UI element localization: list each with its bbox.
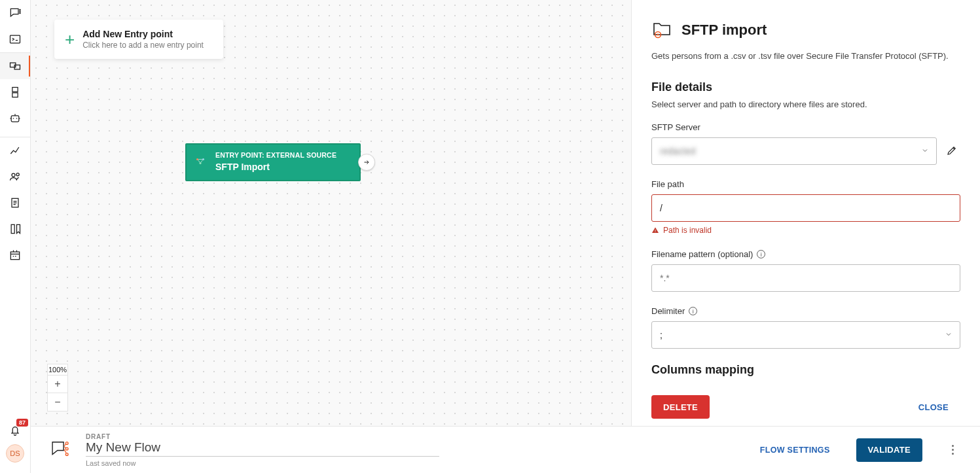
svg-rect-8 xyxy=(11,116,19,122)
plus-icon: + xyxy=(65,31,75,48)
pencil-icon xyxy=(946,145,958,156)
panel-title: SFTP import xyxy=(681,22,767,39)
sidebar-item-flow[interactable] xyxy=(0,53,30,79)
svg-rect-7 xyxy=(12,93,18,97)
svg-point-1 xyxy=(20,11,20,12)
svg-point-0 xyxy=(20,9,20,10)
add-entry-subtitle: Click here to add a new entry point xyxy=(82,41,204,50)
filename-pattern-label: Filename pattern (optional) xyxy=(651,249,753,259)
zoom-controls: 100% + − xyxy=(47,364,68,412)
svg-rect-14 xyxy=(11,224,14,233)
delimiter-select[interactable]: ; xyxy=(651,321,960,349)
sftp-server-label: SFTP Server xyxy=(651,122,960,132)
flow-node-sftp-import[interactable]: ENTRY POINT: EXTERNAL SOURCE SFTP Import xyxy=(185,143,361,181)
warning-icon xyxy=(651,226,659,234)
validate-button[interactable]: VALIDATE xyxy=(856,438,922,462)
sidebar-item-conversations[interactable] xyxy=(0,0,30,26)
notification-badge: 87 xyxy=(16,419,28,427)
node-eyebrow: ENTRY POINT: EXTERNAL SOURCE xyxy=(215,151,350,159)
templates-icon xyxy=(9,86,22,99)
svg-point-10 xyxy=(16,118,18,119)
sftp-server-select[interactable]: redacted xyxy=(651,137,937,165)
file-path-label: File path xyxy=(651,179,960,189)
footer-bar: DRAFT My New Flow Last saved now FLOW SE… xyxy=(31,426,980,473)
close-button[interactable]: CLOSE xyxy=(907,395,960,419)
zoom-out-button[interactable]: − xyxy=(47,393,68,412)
sidebar-item-terminal[interactable] xyxy=(0,26,30,52)
arrow-right-icon xyxy=(363,158,371,166)
add-entry-title: Add New Entry point xyxy=(82,29,204,39)
sftp-import-icon xyxy=(651,18,672,41)
svg-point-17 xyxy=(202,158,204,160)
flow-icon xyxy=(9,60,22,73)
bookmark-panel-icon xyxy=(9,222,22,236)
svg-point-16 xyxy=(196,158,198,160)
bot-icon xyxy=(9,112,22,125)
svg-point-20 xyxy=(657,34,659,36)
svg-point-25 xyxy=(65,453,68,456)
info-icon[interactable]: i xyxy=(757,250,765,258)
sidebar-item-people[interactable] xyxy=(0,164,30,190)
svg-point-12 xyxy=(16,173,19,176)
add-entry-point-card[interactable]: + Add New Entry point Click here to add … xyxy=(54,20,223,59)
flow-status-label: DRAFT xyxy=(86,433,439,440)
edit-server-button[interactable] xyxy=(943,142,960,161)
file-details-heading: File details xyxy=(651,80,960,94)
panel-description: Gets persons from a .csv or .tsv file ov… xyxy=(651,50,960,62)
svg-point-2 xyxy=(20,12,20,13)
terminal-icon xyxy=(9,33,22,46)
info-icon[interactable]: i xyxy=(689,307,697,315)
node-title: SFTP Import xyxy=(215,162,350,172)
svg-rect-21 xyxy=(655,230,656,232)
svg-rect-6 xyxy=(12,88,18,92)
columns-mapping-heading: Columns mapping xyxy=(651,363,960,377)
sidebar-item-calendar[interactable] xyxy=(0,242,30,268)
document-icon xyxy=(9,196,22,209)
file-details-subtitle: Select server and path to directory wher… xyxy=(651,99,960,109)
flow-icon xyxy=(49,438,71,462)
chat-icon xyxy=(9,7,22,20)
zoom-in-button[interactable]: + xyxy=(47,375,68,393)
filename-pattern-input[interactable] xyxy=(651,264,960,292)
file-path-input[interactable] xyxy=(651,194,960,222)
file-path-error: Path is invalid xyxy=(651,226,960,235)
sftp-node-icon xyxy=(194,156,206,169)
people-icon xyxy=(9,170,22,183)
left-sidebar: 87 DS xyxy=(0,0,31,473)
delete-button[interactable]: DELETE xyxy=(651,395,710,419)
flow-settings-button[interactable]: FLOW SETTINGS xyxy=(748,438,842,462)
properties-panel: SFTP import Gets persons from a .csv or … xyxy=(631,0,980,426)
calendar-icon xyxy=(9,249,22,262)
file-path-error-text: Path is invalid xyxy=(663,226,712,235)
sidebar-item-templates[interactable] xyxy=(0,79,30,105)
sidebar-item-analytics[interactable] xyxy=(0,137,30,164)
user-avatar[interactable]: DS xyxy=(6,444,24,463)
line-chart-icon xyxy=(9,144,22,157)
flow-canvas[interactable]: + Add New Entry point Click here to add … xyxy=(31,0,631,426)
svg-rect-15 xyxy=(10,252,19,260)
sidebar-item-docs[interactable] xyxy=(0,190,30,216)
notifications-button[interactable]: 87 xyxy=(9,424,22,439)
last-saved-label: Last saved now xyxy=(86,459,439,467)
flow-name-input[interactable]: My New Flow xyxy=(86,440,439,457)
svg-point-11 xyxy=(12,173,15,177)
delimiter-label: Delimiter xyxy=(651,306,685,316)
svg-point-9 xyxy=(13,118,14,119)
svg-rect-22 xyxy=(655,232,656,232)
svg-rect-3 xyxy=(10,35,20,43)
more-menu-button[interactable] xyxy=(943,445,962,455)
node-output-handle[interactable] xyxy=(358,154,375,171)
sidebar-item-bookmark[interactable] xyxy=(0,216,30,242)
zoom-level-label: 100% xyxy=(47,364,68,375)
sidebar-item-bot[interactable] xyxy=(0,105,30,131)
